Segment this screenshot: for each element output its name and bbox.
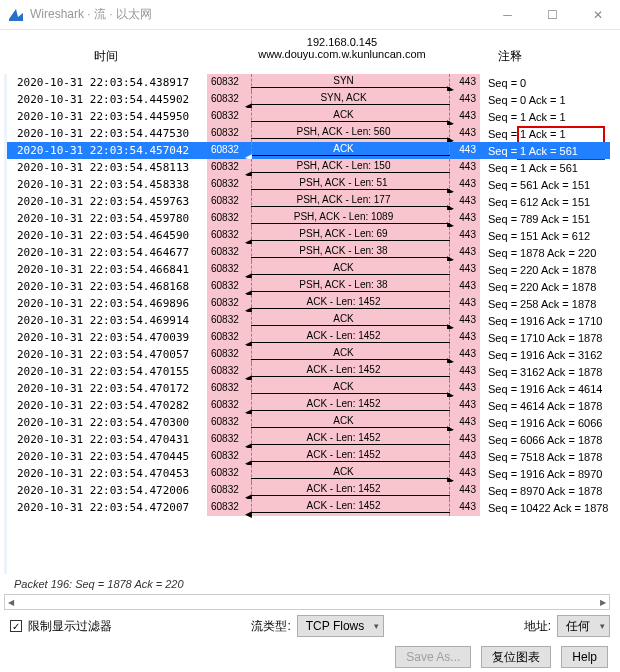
port-right: 443: [459, 127, 476, 138]
port-left: 60832: [211, 382, 239, 393]
flow-row[interactable]: 2020-10-31 22:03:54.46459060832PSH, ACK …: [7, 227, 610, 244]
row-comment: Seq = 258 Ack = 1878: [480, 298, 610, 310]
limit-filter-checkbox[interactable]: ✓: [10, 620, 22, 632]
row-label: ACK - Len: 1452: [307, 398, 381, 409]
port-left: 60832: [211, 314, 239, 325]
row-time: 2020-10-31 22:03:54.469914: [7, 314, 207, 327]
row-time: 2020-10-31 22:03:54.470453: [7, 467, 207, 480]
row-time: 2020-10-31 22:03:54.468168: [7, 280, 207, 293]
port-left: 60832: [211, 501, 239, 512]
row-comment: Seq = 1 Ack = 1: [480, 111, 610, 123]
row-flow: 60832ACK◀443: [207, 261, 480, 278]
row-label: ACK - Len: 1452: [307, 296, 381, 307]
row-flow: 60832SYN▶443: [207, 74, 480, 91]
flow-row[interactable]: 2020-10-31 22:03:54.45976360832PSH, ACK …: [7, 193, 610, 210]
flow-row[interactable]: 2020-10-31 22:03:54.47017260832ACK▶443Se…: [7, 380, 610, 397]
flow-row[interactable]: 2020-10-31 22:03:54.46989660832ACK - Len…: [7, 295, 610, 312]
flow-row[interactable]: 2020-10-31 22:03:54.47015560832ACK - Len…: [7, 363, 610, 380]
flow-row[interactable]: 2020-10-31 22:03:54.47044560832ACK - Len…: [7, 448, 610, 465]
row-label: PSH, ACK - Len: 38: [299, 279, 387, 290]
flow-row[interactable]: 2020-10-31 22:03:54.47028260832ACK - Len…: [7, 397, 610, 414]
addr-dropdown[interactable]: 任何 ▾: [557, 615, 610, 637]
close-button[interactable]: ✕: [575, 0, 620, 30]
flow-row[interactable]: 2020-10-31 22:03:54.44590260832SYN, ACK◀…: [7, 91, 610, 108]
row-time: 2020-10-31 22:03:54.459763: [7, 195, 207, 208]
row-label: PSH, ACK - Len: 1089: [294, 211, 394, 222]
row-comment: Seq = 7518 Ack = 1878: [480, 451, 610, 463]
row-time: 2020-10-31 22:03:54.470300: [7, 416, 207, 429]
port-left: 60832: [211, 399, 239, 410]
flow-row[interactable]: 2020-10-31 22:03:54.45704260832ACK◀443Se…: [7, 142, 610, 159]
port-left: 60832: [211, 144, 239, 155]
row-time: 2020-10-31 22:03:54.472007: [7, 501, 207, 514]
row-label: ACK - Len: 1452: [307, 364, 381, 375]
scroll-right-icon[interactable]: ▶: [600, 598, 606, 607]
flow-list[interactable]: 2020-10-31 22:03:54.43891760832SYN▶443Se…: [4, 74, 610, 574]
row-flow: 60832ACK - Len: 1452◀443: [207, 499, 480, 516]
reset-button[interactable]: 复位图表: [481, 646, 551, 668]
flow-row[interactable]: 2020-10-31 22:03:54.45811360832PSH, ACK …: [7, 159, 610, 176]
save-as-button[interactable]: Save As...: [395, 646, 471, 668]
row-flow: 60832ACK▶443: [207, 312, 480, 329]
row-flow: 60832PSH, ACK - Len: 177▶443: [207, 193, 480, 210]
flow-type-dropdown[interactable]: TCP Flows ▾: [297, 615, 384, 637]
row-comment: Seq = 1 Ack = 561: [480, 145, 610, 157]
flow-row[interactable]: 2020-10-31 22:03:54.46467760832PSH, ACK …: [7, 244, 610, 261]
row-flow: 60832ACK◀443: [207, 142, 480, 159]
row-flow: 60832ACK - Len: 1452◀443: [207, 363, 480, 380]
flow-row[interactable]: 2020-10-31 22:03:54.47200660832ACK - Len…: [7, 482, 610, 499]
status-text: Packet 196: Seq = 1878 Ack = 220: [4, 574, 610, 594]
row-comment: Seq = 6066 Ack = 1878: [480, 434, 610, 446]
horizontal-scrollbar[interactable]: ◀ ▶: [4, 594, 610, 610]
port-right: 443: [459, 484, 476, 495]
port-left: 60832: [211, 450, 239, 461]
header-host: www.douyu.com.w.kunluncan.com: [204, 48, 480, 60]
row-time: 2020-10-31 22:03:54.445950: [7, 110, 207, 123]
flow-row[interactable]: 2020-10-31 22:03:54.47003960832ACK - Len…: [7, 329, 610, 346]
row-time: 2020-10-31 22:03:54.470282: [7, 399, 207, 412]
flow-row[interactable]: 2020-10-31 22:03:54.46816860832PSH, ACK …: [7, 278, 610, 295]
row-time: 2020-10-31 22:03:54.458113: [7, 161, 207, 174]
row-flow: 60832PSH, ACK - Len: 38◀443: [207, 278, 480, 295]
port-right: 443: [459, 178, 476, 189]
row-flow: 60832ACK▶443: [207, 346, 480, 363]
row-time: 2020-10-31 22:03:54.470172: [7, 382, 207, 395]
flow-row[interactable]: 2020-10-31 22:03:54.45833860832PSH, ACK …: [7, 176, 610, 193]
flow-row[interactable]: 2020-10-31 22:03:54.44753060832PSH, ACK …: [7, 125, 610, 142]
flow-row[interactable]: 2020-10-31 22:03:54.47043160832ACK - Len…: [7, 431, 610, 448]
minimize-button[interactable]: ─: [485, 0, 530, 30]
port-right: 443: [459, 195, 476, 206]
addr-label: 地址:: [524, 618, 551, 635]
flow-row[interactable]: 2020-10-31 22:03:54.47005760832ACK▶443Se…: [7, 346, 610, 363]
flow-row[interactable]: 2020-10-31 22:03:54.46684160832ACK◀443Se…: [7, 261, 610, 278]
maximize-button[interactable]: ☐: [530, 0, 575, 30]
row-flow: 60832ACK▶443: [207, 380, 480, 397]
row-time: 2020-10-31 22:03:54.445902: [7, 93, 207, 106]
row-label: SYN, ACK: [320, 92, 366, 103]
flow-row[interactable]: 2020-10-31 22:03:54.44595060832ACK▶443Se…: [7, 108, 610, 125]
flow-row[interactable]: 2020-10-31 22:03:54.47045360832ACK▶443Se…: [7, 465, 610, 482]
row-flow: 60832ACK - Len: 1452◀443: [207, 397, 480, 414]
row-label: ACK: [333, 313, 354, 324]
port-right: 443: [459, 297, 476, 308]
flow-row[interactable]: 2020-10-31 22:03:54.43891760832SYN▶443Se…: [7, 74, 610, 91]
port-left: 60832: [211, 416, 239, 427]
row-label: PSH, ACK - Len: 69: [299, 228, 387, 239]
row-label: PSH, ACK - Len: 560: [297, 126, 391, 137]
flow-row[interactable]: 2020-10-31 22:03:54.46991460832ACK▶443Se…: [7, 312, 610, 329]
flow-row[interactable]: 2020-10-31 22:03:54.45978060832PSH, ACK …: [7, 210, 610, 227]
port-left: 60832: [211, 348, 239, 359]
port-right: 443: [459, 314, 476, 325]
row-comment: Seq = 4614 Ack = 1878: [480, 400, 610, 412]
row-comment: Seq = 3162 Ack = 1878: [480, 366, 610, 378]
port-right: 443: [459, 433, 476, 444]
row-comment: Seq = 1878 Ack = 220: [480, 247, 610, 259]
content-area: 时间 192.168.0.145 www.douyu.com.w.kunlunc…: [0, 30, 620, 610]
help-button[interactable]: Help: [561, 646, 608, 668]
port-right: 443: [459, 144, 476, 155]
scroll-left-icon[interactable]: ◀: [8, 598, 14, 607]
flow-row[interactable]: 2020-10-31 22:03:54.47030060832ACK▶443Se…: [7, 414, 610, 431]
flow-row[interactable]: 2020-10-31 22:03:54.47200760832ACK - Len…: [7, 499, 610, 516]
row-time: 2020-10-31 22:03:54.472006: [7, 484, 207, 497]
port-left: 60832: [211, 433, 239, 444]
